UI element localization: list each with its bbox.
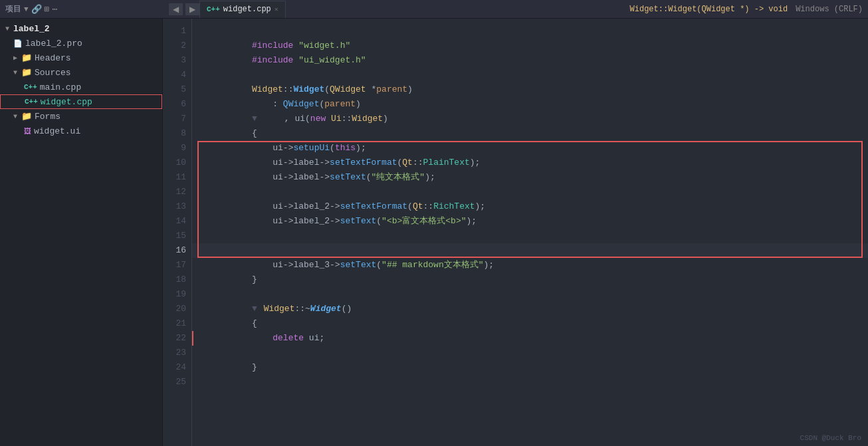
headers-folder-icon: 📁 [21,53,32,63]
line-num-10: 10 [163,156,191,170]
sidebar-label-main: main.cpp [40,82,81,92]
line-num-8: 8 [163,126,191,141]
title-bar-right: Widget::Widget(QWidget *) -> void Window… [630,5,863,14]
line-num-6: 6 [163,97,191,112]
line-num-1: 1 [163,24,191,39]
code-line-22 [192,331,868,346]
tab-close-button[interactable]: ✕ [274,5,278,13]
line-num-19: 19 [163,287,191,302]
sources-folder-icon: 📁 [21,67,32,78]
code-line-2: #include "ui_widget.h" [192,39,868,53]
nav-forward-button[interactable]: ▶ [185,3,199,15]
pro-file-icon: 📄 [13,39,23,48]
toolbar-grid-icon[interactable]: ⊞ [45,4,50,15]
code-line-6: ▼ , ui(new Ui::Widget) [192,97,868,112]
line-num-11: 11 [163,170,191,185]
code-line-23: } [192,346,868,360]
code-line-14 [192,214,868,229]
line-num-12: 12 [163,185,191,199]
title-bar: 项目 ▼ 🔗 ⊞ ⋯ ◀ ▶ C++ widget.cpp ✕ Widget::… [0,0,868,19]
toolbar-link-icon[interactable]: 🔗 [31,4,42,15]
toolbar-filter-icon[interactable]: ▼ [24,5,29,13]
main-cpp-icon: C++ [24,83,37,91]
code-line-8: ui->setupUi(this); [192,126,868,141]
sidebar-item-headers[interactable]: ▶ 📁 Headers [0,51,162,65]
line-num-5: 5 [163,82,191,97]
line-num-24: 24 [163,360,191,375]
code-line-15: ui->label_3->setTextFormat(Qt::MarkdownT… [192,229,868,243]
watermark: CSDN @Duck Bro [800,434,861,442]
line-num-13: 13 [163,199,191,214]
code-line-7: { [192,112,868,126]
title-bar-left: 项目 ▼ 🔗 ⊞ ⋯ [5,3,165,15]
line-ending-label: Windows (CRLF) [796,5,863,14]
sidebar-item-label2pro[interactable]: 📄 label_2.pro [0,36,162,51]
project-root-label: label_2 [13,24,50,34]
line-num-16: 16 [163,243,191,258]
line-num-14: 14 [163,214,191,229]
code-line-12: ui->label_2->setTextFormat(Qt::RichText)… [192,185,868,199]
code-line-20: { [192,302,868,316]
line-num-21: 21 [163,316,191,331]
sidebar-item-widgetui[interactable]: 🖼 widget.ui [0,124,162,138]
code-line-10: ui->label->setText("纯文本格式"); [192,156,868,170]
cpp-file-icon: C++ [207,5,220,13]
code-line-18 [192,273,868,287]
code-line-19: ▼ Widget::~Widget() [192,287,868,302]
function-breadcrumb: Widget::Widget(QWidget *) -> void [630,5,788,14]
line-num-3: 3 [163,53,191,68]
code-lines: #include "widget.h" #include "ui_widget.… [192,19,868,446]
expand-arrow-label2: ▼ [5,25,9,33]
sidebar: ▼ label_2 📄 label_2.pro ▶ 📁 Headers ▼ 📁 … [0,19,163,446]
toolbar-more-icon[interactable]: ⋯ [52,4,57,15]
line-num-22: 22 [163,331,191,346]
sidebar-item-maincpp[interactable]: C++ main.cpp [0,80,162,94]
code-line-1: #include "widget.h" [192,24,868,39]
code-line-24 [192,360,868,375]
sidebar-label-sources: Sources [35,68,71,78]
sidebar-label-widget: widget.cpp [41,97,92,107]
code-line-4: Widget::Widget(QWidget *parent) [192,68,868,82]
line-num-4: 4 [163,68,191,82]
line-num-7: 7 [163,112,191,126]
nav-back-button[interactable]: ◀ [169,3,183,15]
code-line-11 [192,170,868,185]
main-layout: ▼ label_2 📄 label_2.pro ▶ 📁 Headers ▼ 📁 … [0,19,868,446]
forms-folder-icon: 📁 [21,111,32,122]
line-num-15: 15 [163,229,191,243]
line-num-20: 20 [163,302,191,316]
code-line-9: ui->label->setTextFormat(Qt::PlainText); [192,141,868,156]
line-num-18: 18 [163,273,191,287]
code-container: 1 2 3 4 5 6 7 8 9 10 11 12 13 14 15 16 1… [163,19,868,446]
widget-ui-icon: 🖼 [24,127,31,136]
line-num-17: 17 [163,258,191,273]
widget-cpp-icon: C++ [25,98,38,106]
project-label: 项目 [5,3,21,15]
line-num-2: 2 [163,39,191,53]
tab-bar: ◀ ▶ C++ widget.cpp ✕ [169,1,626,18]
line-num-9: 9 [163,141,191,156]
code-line-3 [192,53,868,68]
code-line-21: delete ui; [192,316,868,331]
line-num-25: 25 [163,375,191,390]
nav-buttons: ◀ ▶ [169,3,199,15]
code-line-25 [192,375,868,390]
sidebar-label-widgetui: widget.ui [34,126,80,136]
code-line-16: ui->label_3->setText("## markdown文本格式"); [192,243,868,258]
sidebar-label-headers: Headers [35,53,71,63]
sidebar-label-forms: Forms [35,112,60,122]
sidebar-item-sources[interactable]: ▼ 📁 Sources [0,65,162,80]
sidebar-item-widgetcpp[interactable]: C++ widget.cpp [0,94,162,109]
sidebar-item-label2[interactable]: ▼ label_2 [0,21,162,36]
code-line-5: : QWidget(parent) [192,82,868,97]
expand-arrow-sources: ▼ [13,69,17,76]
code-line-17: } [192,258,868,273]
code-editor[interactable]: 1 2 3 4 5 6 7 8 9 10 11 12 13 14 15 16 1… [163,19,868,446]
expand-arrow-headers: ▶ [13,54,17,62]
code-line-13: ui->label_2->setText("<b>富文本格式<b>"); [192,199,868,214]
line-num-23: 23 [163,346,191,360]
expand-arrow-forms: ▼ [13,113,17,120]
sidebar-item-forms[interactable]: ▼ 📁 Forms [0,109,162,124]
tab-widget-cpp[interactable]: C++ widget.cpp ✕ [199,1,286,18]
tab-label: widget.cpp [223,5,271,14]
